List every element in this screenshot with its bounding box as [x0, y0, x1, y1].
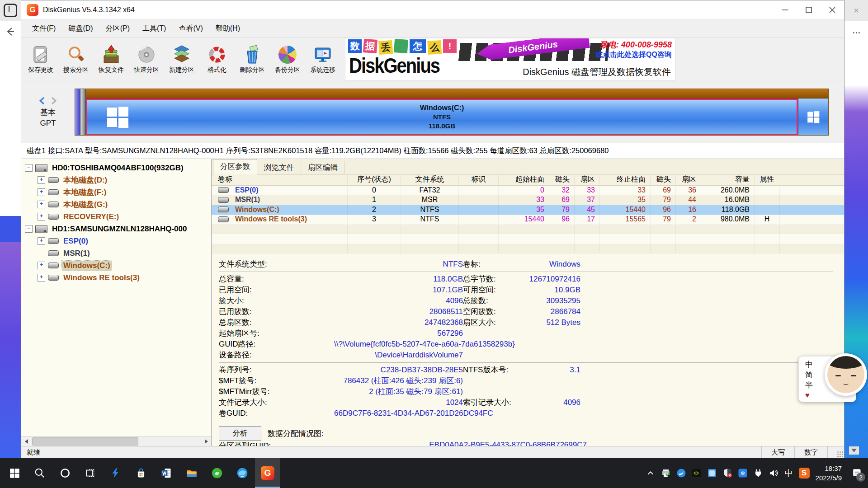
- banner-phone: 致电: 400-008-9958: [595, 40, 672, 50]
- tree-item-local-d[interactable]: 本地磁盘(D:): [21, 174, 211, 186]
- menu-file[interactable]: 文件(F): [26, 24, 62, 33]
- toolbar: 保存更改 搜索分区 恢复文件: [21, 37, 844, 81]
- partition-icon: [218, 206, 229, 212]
- system-migration-button[interactable]: 系统迁移: [305, 39, 340, 80]
- search-button[interactable]: [27, 458, 52, 488]
- scroll-right-button[interactable]: [201, 436, 211, 446]
- menu-view[interactable]: 查看(V): [172, 24, 209, 33]
- tree-item-hd0[interactable]: HD0:TOSHIBAMQ04ABF100(932GB): [21, 162, 211, 174]
- table-row-esp[interactable]: ESP(0) 0 FAT32 0 32 33 33 69 36 260.0MB: [212, 186, 844, 196]
- partition-type-guid-row: 分区类型GUID: EBD0A0A2-B9E5-4433-87C0-68B6B7…: [212, 441, 844, 446]
- background-page-left: [0, 21, 21, 216]
- ad-banner[interactable]: 数 据 丢 怎 么 ! DiskGenius DiskGenius 致电: 40…: [345, 38, 676, 80]
- tree-item-windows-c[interactable]: Windows(C:): [21, 259, 211, 272]
- minimize-button[interactable]: [774, 0, 797, 19]
- tree-item-windows-re[interactable]: Windows RE tools(3): [21, 272, 211, 284]
- delete-partition-button[interactable]: 删除分区: [235, 39, 270, 80]
- collapse-icon[interactable]: [25, 225, 33, 233]
- ie-browser-button[interactable]: e: [204, 458, 230, 488]
- diskgenius-taskbar-button[interactable]: [255, 458, 280, 488]
- expand-icon[interactable]: [38, 201, 45, 208]
- tree-item-hd1[interactable]: HD1:SAMSUNGMZNLN128HAHQ-000: [21, 223, 211, 235]
- microsoft-store-button[interactable]: [128, 458, 154, 488]
- flash-app-button[interactable]: [103, 458, 128, 488]
- partition-icon: [48, 250, 59, 256]
- tray-snowflake-icon[interactable]: ❄: [735, 458, 750, 488]
- tab-partition-params[interactable]: 分区参数: [213, 159, 257, 174]
- recover-files-button[interactable]: 恢复文件: [94, 39, 129, 80]
- cortana-button[interactable]: [52, 458, 78, 488]
- numlock-indicator: 数字: [794, 446, 827, 458]
- menu-help[interactable]: 帮助(H): [209, 24, 246, 33]
- monitor-arrow-icon: [313, 45, 333, 65]
- tree-item-local-f[interactable]: 本地磁盘(F:): [21, 186, 211, 198]
- tab-sector-edit[interactable]: 扇区编辑: [301, 161, 345, 174]
- titlebar: DiskGenius V5.4.3.1342 x64: [21, 0, 844, 19]
- notification-center-button[interactable]: 2: [847, 458, 868, 488]
- expand-icon[interactable]: [38, 274, 45, 282]
- new-partition-button[interactable]: 新建分区: [164, 39, 199, 80]
- tree-item-msr[interactable]: MSR(1): [21, 247, 211, 259]
- task-view-button[interactable]: [78, 458, 103, 488]
- tray-nvidia-icon[interactable]: [689, 458, 704, 488]
- scrollbar-thumb[interactable]: [32, 437, 138, 446]
- tab-browse-files[interactable]: 浏览文件: [257, 161, 301, 174]
- collapse-icon[interactable]: [25, 164, 33, 172]
- esp-partition-segment[interactable]: [75, 89, 80, 135]
- close-button[interactable]: [821, 0, 844, 19]
- format-button[interactable]: 格式化: [199, 39, 235, 80]
- menu-disk[interactable]: 磁盘(D): [62, 24, 99, 33]
- quick-partition-button[interactable]: 快速分区: [129, 39, 164, 80]
- tray-expand-button[interactable]: [643, 458, 658, 488]
- save-changes-button[interactable]: 保存更改: [23, 39, 58, 80]
- banner-tile: !: [443, 39, 457, 53]
- tray-security-shield-icon[interactable]: [720, 458, 735, 488]
- expand-icon[interactable]: [38, 188, 45, 196]
- windows-c-partition-segment[interactable]: Windows(C:) NTFS 118.0GB: [86, 99, 798, 135]
- maximize-button[interactable]: [797, 0, 821, 19]
- menu-partition[interactable]: 分区(P): [99, 24, 136, 33]
- tray-power-icon[interactable]: [750, 458, 766, 488]
- banner-qq-link[interactable]: 或点击此处选择QQ咨询: [595, 50, 672, 59]
- window-controls: [774, 0, 844, 19]
- tree-item-esp[interactable]: ESP(0): [21, 235, 211, 247]
- ime-mode-indicator[interactable]: 中: [781, 458, 797, 488]
- analyze-button[interactable]: 分析: [219, 426, 261, 441]
- word-button[interactable]: [154, 458, 179, 488]
- tray-emulator-icon[interactable]: [704, 458, 720, 488]
- sogou-status-widget[interactable]: 中 简 半: [798, 353, 867, 405]
- window-title: DiskGenius V5.4.3.1342 x64: [43, 6, 135, 14]
- scroll-left-button[interactable]: [21, 436, 31, 446]
- expand-icon[interactable]: [38, 262, 45, 269]
- prev-disk-icon[interactable]: [39, 97, 45, 105]
- table-row-windows-c-selected[interactable]: Windows(C:) 2 NTFS 35 79 45 15440 96 16 …: [212, 205, 844, 215]
- tray-volume-icon[interactable]: [766, 458, 781, 488]
- back-arrow-icon[interactable]: [5, 26, 16, 37]
- scrollbar-track[interactable]: [31, 436, 201, 446]
- horizontal-scrollbar[interactable]: [21, 436, 211, 446]
- tree-item-local-g[interactable]: 本地磁盘(G:): [21, 198, 211, 211]
- backup-partition-button[interactable]: 备份分区: [270, 39, 305, 80]
- tree-item-recovery-e[interactable]: RECOVERY(E:): [21, 211, 211, 223]
- table-row-empty: [212, 234, 844, 244]
- windows-re-partition-segment[interactable]: [798, 99, 828, 135]
- table-row-msr[interactable]: MSR(1) 1 MSR 33 69 37 35 79 44 16.0MB: [212, 195, 844, 205]
- resize-grip[interactable]: [827, 446, 844, 458]
- expand-icon[interactable]: [38, 237, 45, 245]
- start-button[interactable]: [2, 458, 27, 488]
- menu-tools[interactable]: 工具(T): [136, 24, 172, 33]
- taskbar-clock[interactable]: 18:37 2022/5/9: [816, 464, 842, 483]
- expand-icon[interactable]: [38, 176, 45, 184]
- tray-printer-icon[interactable]: [658, 458, 674, 488]
- pie-icon: [278, 46, 297, 64]
- table-row-windows-re[interactable]: Windows RE tools(3) 3 NTFS 15440 96 17 1…: [212, 215, 844, 225]
- tray-messenger-icon[interactable]: [674, 458, 689, 488]
- expand-icon[interactable]: [38, 213, 45, 221]
- msr-partition-segment[interactable]: [80, 89, 86, 135]
- file-explorer-button[interactable]: [179, 458, 204, 488]
- search-partition-button[interactable]: 搜索分区: [58, 39, 94, 80]
- sogou-avatar[interactable]: [825, 353, 867, 396]
- next-disk-icon[interactable]: [51, 97, 57, 105]
- sogou-input-icon[interactable]: S: [797, 458, 812, 488]
- edge-browser-button[interactable]: [230, 458, 255, 488]
